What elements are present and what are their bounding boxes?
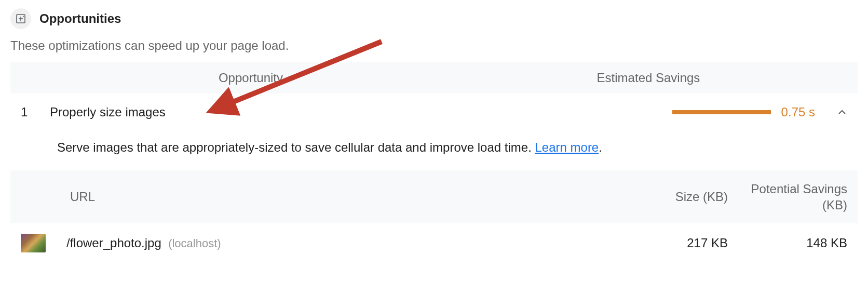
opportunity-description-text: Serve images that are appropriately-size…	[57, 140, 535, 154]
details-row: /flower_photo.jpg (localhost) 217 KB 148…	[10, 223, 858, 263]
resource-path: /flower_photo.jpg	[66, 236, 161, 250]
section-title: Opportunities	[39, 11, 121, 26]
savings-bar	[672, 110, 771, 114]
opportunity-description: Serve images that are appropriately-size…	[57, 140, 602, 154]
image-thumbnail	[21, 234, 46, 252]
column-potential-savings: Potential Savings (KB)	[728, 181, 847, 213]
resource-potential-savings: 148 KB	[728, 236, 847, 250]
opportunities-icon	[10, 8, 31, 29]
savings-indicator: 0.75 s	[672, 105, 815, 119]
opportunity-title: Properly size images	[50, 105, 659, 119]
resource-host: (localhost)	[168, 237, 221, 250]
column-opportunity: Opportunity	[21, 71, 450, 85]
column-url: URL	[21, 190, 645, 204]
column-savings: Estimated Savings	[450, 71, 847, 85]
collapse-toggle[interactable]	[837, 107, 847, 117]
learn-more-link[interactable]: Learn more	[535, 140, 599, 154]
column-size: Size (KB)	[645, 190, 728, 204]
resource-url[interactable]: /flower_photo.jpg (localhost)	[66, 236, 645, 250]
opportunity-row[interactable]: 1 Properly size images 0.75 s	[10, 93, 858, 131]
opportunities-table-header: Opportunity Estimated Savings	[10, 62, 858, 93]
section-header: Opportunities	[10, 8, 858, 29]
opportunity-description-suffix: .	[599, 140, 602, 154]
resource-size: 217 KB	[645, 236, 728, 250]
opportunity-description-row: Serve images that are appropriately-size…	[10, 131, 858, 170]
savings-value: 0.75 s	[781, 105, 815, 119]
details-table-header: URL Size (KB) Potential Savings (KB)	[10, 170, 858, 223]
chevron-up-icon	[837, 107, 847, 117]
section-description: These optimizations can speed up your pa…	[10, 38, 858, 53]
sparkle-add-icon	[16, 14, 26, 24]
opportunity-number: 1	[21, 105, 36, 119]
